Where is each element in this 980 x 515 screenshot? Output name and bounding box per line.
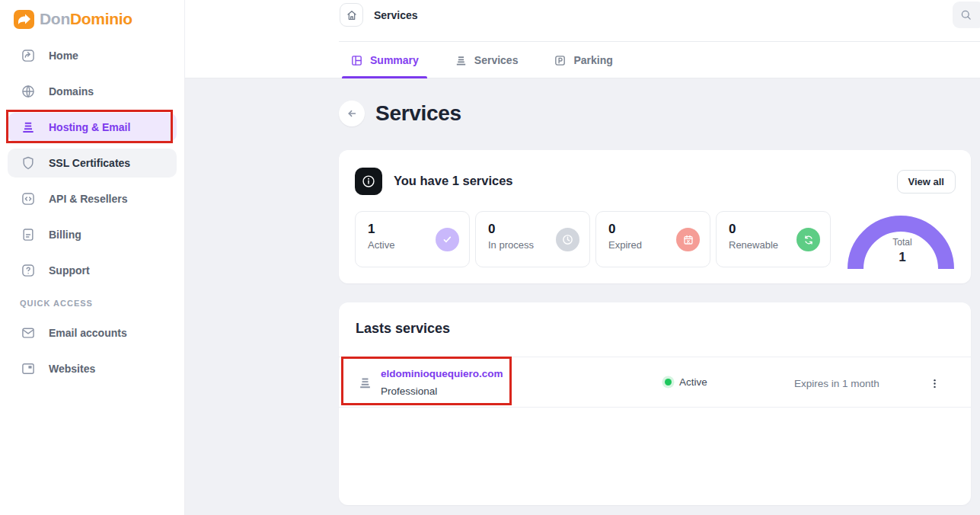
status-dot — [665, 379, 672, 385]
globe-icon — [21, 84, 36, 99]
summary-card: You have 1 services View all 1 Active 0 … — [339, 150, 971, 283]
search-icon — [959, 8, 972, 21]
sidebar-item-domains[interactable]: Domains — [8, 77, 177, 106]
page-head: Services — [339, 101, 461, 126]
kebab-menu-button[interactable] — [926, 374, 943, 393]
envelope-icon — [21, 325, 36, 341]
hosting-stack-icon — [455, 54, 468, 67]
stat-card-active: 1 Active — [355, 211, 470, 267]
house-icon — [346, 9, 358, 21]
header: Services Summary Services — [185, 0, 980, 78]
hosting-stack-icon — [358, 376, 372, 390]
document-icon — [21, 227, 36, 242]
sidebar-item-ssl-certificates[interactable]: SSL Certificates — [8, 149, 177, 178]
main-area: Services Summary Services — [185, 0, 980, 515]
back-button[interactable] — [339, 101, 365, 126]
brand-logo[interactable]: DonDominio — [0, 0, 184, 32]
sidebar-item-label: Websites — [49, 363, 95, 375]
tab-summary[interactable]: Summary — [346, 42, 423, 78]
breadcrumb: Services — [374, 9, 418, 21]
tab-parking[interactable]: Parking — [550, 42, 616, 78]
code-icon — [21, 191, 36, 206]
sidebar-item-api-resellers[interactable]: API & Resellers — [8, 184, 177, 213]
sidebar-item-hosting-email[interactable]: Hosting & Email — [8, 113, 177, 142]
sidebar-nav: Home Domains Hosting & Email SSL Certifi… — [0, 32, 184, 383]
status-label: Active — [679, 376, 707, 388]
sidebar-item-label: Support — [49, 264, 90, 277]
calendar-x-icon — [676, 228, 700, 251]
sidebar-item-label: Home — [49, 50, 78, 62]
topbar: Services — [185, 0, 980, 41]
home-button[interactable] — [340, 3, 363, 27]
sidebar-item-label: Email accounts — [49, 327, 127, 339]
stat-card-expired: 0 Expired — [595, 211, 710, 267]
quick-access-label: QUICK ACCESS — [20, 299, 177, 308]
sidebar-item-label: API & Resellers — [49, 193, 128, 205]
stat-card-renewable: 0 Renewable — [716, 211, 831, 267]
brand-name: DonDominio — [40, 10, 132, 28]
info-icon — [355, 168, 382, 195]
sidebar-item-billing[interactable]: Billing — [8, 220, 177, 249]
service-plan: Professional — [381, 385, 437, 397]
service-row[interactable]: eldominioquequiero.com Professional Acti… — [339, 357, 971, 408]
sidebar-item-email-accounts[interactable]: Email accounts — [8, 318, 177, 347]
tab-label: Summary — [370, 54, 419, 66]
service-domain-link[interactable]: eldominioquequiero.com — [381, 368, 503, 379]
tab-services[interactable]: Services — [451, 42, 522, 78]
parking-icon — [554, 54, 567, 67]
sidebar-item-label: Billing — [49, 229, 81, 241]
content: Services You have 1 services View all 1 … — [185, 78, 980, 515]
hosting-stack-icon — [21, 120, 36, 135]
page-title: Services — [375, 101, 461, 126]
dondominio-logo-icon — [14, 10, 34, 29]
lasts-services-title: Lasts services — [356, 321, 450, 337]
sidebar: DonDominio Home Domains Hosting & Email … — [0, 0, 185, 515]
tab-label: Services — [474, 54, 519, 66]
sidebar-item-label: Hosting & Email — [49, 121, 130, 133]
arrow-left-icon — [345, 107, 359, 120]
tabbar: Summary Services Parking — [346, 42, 617, 78]
home-forward-icon — [21, 48, 36, 63]
lasts-services-card: Lasts services eldominioquequiero.com Pr… — [339, 302, 971, 505]
sidebar-item-label: Domains — [49, 85, 94, 98]
gauge-label: Total — [841, 237, 963, 248]
total-gauge: Total 1 — [841, 156, 963, 278]
browser-icon — [21, 361, 36, 376]
service-status: Active — [665, 376, 707, 388]
check-icon — [436, 228, 459, 251]
sidebar-item-home[interactable]: Home — [8, 41, 177, 70]
stat-card-in-process: 0 In process — [475, 211, 590, 267]
gauge-value: 1 — [841, 250, 963, 265]
sidebar-item-websites[interactable]: Websites — [8, 354, 177, 383]
question-icon — [21, 263, 36, 278]
stats-row: 1 Active 0 In process 0 Expired — [355, 211, 831, 267]
shield-icon — [21, 155, 36, 171]
summary-title: You have 1 services — [394, 174, 513, 188]
layout-icon — [350, 54, 363, 67]
service-expiry: Expires in 1 month — [794, 378, 879, 389]
sidebar-item-support[interactable]: Support — [8, 256, 177, 285]
clock-icon — [556, 228, 579, 251]
refresh-icon — [796, 228, 820, 251]
sidebar-item-label: SSL Certificates — [49, 157, 130, 169]
tab-label: Parking — [573, 54, 612, 66]
search-button[interactable] — [953, 2, 980, 28]
